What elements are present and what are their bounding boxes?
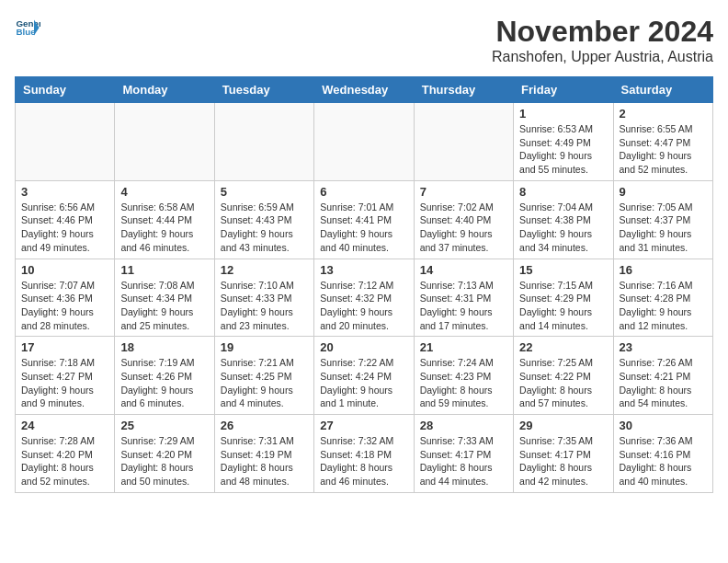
day-number: 29 (519, 419, 607, 432)
table-row: 25Sunrise: 7:29 AM Sunset: 4:20 PM Dayli… (115, 415, 214, 493)
table-row: 26Sunrise: 7:31 AM Sunset: 4:19 PM Dayli… (214, 415, 313, 493)
table-row: 23Sunrise: 7:26 AM Sunset: 4:21 PM Dayli… (613, 337, 712, 415)
day-info: Sunrise: 7:26 AM Sunset: 4:21 PM Dayligh… (620, 356, 707, 410)
table-row: 17Sunrise: 7:18 AM Sunset: 4:27 PM Dayli… (16, 337, 115, 415)
table-row: 10Sunrise: 7:07 AM Sunset: 4:36 PM Dayli… (16, 259, 115, 337)
day-number: 12 (221, 263, 308, 277)
header-thursday: Thursday (414, 77, 513, 103)
day-info: Sunrise: 7:29 AM Sunset: 4:20 PM Dayligh… (120, 434, 208, 488)
day-number: 5 (221, 185, 308, 199)
header-monday: Monday (115, 77, 214, 103)
day-number: 16 (620, 263, 707, 277)
day-number: 15 (519, 263, 607, 277)
day-info: Sunrise: 7:18 AM Sunset: 4:27 PM Dayligh… (21, 356, 108, 410)
table-row: 3Sunrise: 6:56 AM Sunset: 4:46 PM Daylig… (16, 180, 115, 259)
day-number: 9 (620, 185, 707, 199)
day-info: Sunrise: 7:15 AM Sunset: 4:29 PM Dayligh… (519, 279, 607, 333)
day-number: 26 (221, 419, 308, 432)
day-number: 10 (21, 263, 108, 277)
day-info: Sunrise: 7:07 AM Sunset: 4:36 PM Dayligh… (21, 279, 108, 333)
month-title: November 2024 (492, 15, 713, 49)
day-info: Sunrise: 7:04 AM Sunset: 4:38 PM Dayligh… (519, 201, 607, 255)
header-tuesday: Tuesday (214, 77, 313, 103)
day-number: 21 (420, 340, 507, 354)
location-title: Ranshofen, Upper Austria, Austria (492, 49, 713, 65)
day-number: 17 (21, 340, 108, 354)
day-info: Sunrise: 7:19 AM Sunset: 4:26 PM Dayligh… (120, 356, 208, 410)
page-container: General Blue November 2024 Ranshofen, Up… (15, 15, 713, 493)
table-row: 16Sunrise: 7:16 AM Sunset: 4:28 PM Dayli… (613, 259, 712, 337)
header-saturday: Saturday (613, 77, 712, 103)
table-row: 21Sunrise: 7:24 AM Sunset: 4:23 PM Dayli… (414, 337, 513, 415)
day-info: Sunrise: 7:08 AM Sunset: 4:34 PM Dayligh… (120, 279, 208, 333)
day-number: 3 (21, 185, 108, 199)
table-row: 7Sunrise: 7:02 AM Sunset: 4:40 PM Daylig… (414, 180, 513, 259)
day-number: 24 (21, 419, 108, 432)
day-number: 2 (620, 107, 707, 121)
day-info: Sunrise: 7:31 AM Sunset: 4:19 PM Dayligh… (221, 434, 308, 488)
svg-text:Blue: Blue (16, 27, 36, 37)
table-row: 8Sunrise: 7:04 AM Sunset: 4:38 PM Daylig… (514, 180, 613, 259)
table-row: 19Sunrise: 7:21 AM Sunset: 4:25 PM Dayli… (214, 337, 313, 415)
day-info: Sunrise: 7:25 AM Sunset: 4:22 PM Dayligh… (519, 356, 607, 410)
calendar-week-row: 1Sunrise: 6:53 AM Sunset: 4:49 PM Daylig… (16, 103, 713, 181)
day-number: 13 (320, 263, 407, 277)
table-row: 6Sunrise: 7:01 AM Sunset: 4:41 PM Daylig… (314, 180, 414, 259)
table-row: 30Sunrise: 7:36 AM Sunset: 4:16 PM Dayli… (613, 415, 712, 493)
table-row: 22Sunrise: 7:25 AM Sunset: 4:22 PM Dayli… (514, 337, 613, 415)
day-info: Sunrise: 7:01 AM Sunset: 4:41 PM Dayligh… (320, 201, 407, 255)
day-info: Sunrise: 7:33 AM Sunset: 4:17 PM Dayligh… (420, 434, 507, 488)
table-row: 5Sunrise: 6:59 AM Sunset: 4:43 PM Daylig… (214, 180, 313, 259)
day-info: Sunrise: 6:59 AM Sunset: 4:43 PM Dayligh… (221, 201, 308, 255)
calendar-week-row: 24Sunrise: 7:28 AM Sunset: 4:20 PM Dayli… (16, 415, 713, 493)
day-info: Sunrise: 7:32 AM Sunset: 4:18 PM Dayligh… (320, 434, 407, 488)
day-number: 8 (519, 185, 607, 199)
day-number: 27 (320, 419, 407, 432)
day-info: Sunrise: 7:21 AM Sunset: 4:25 PM Dayligh… (221, 356, 308, 410)
table-row (16, 103, 115, 181)
table-row: 28Sunrise: 7:33 AM Sunset: 4:17 PM Dayli… (414, 415, 513, 493)
table-row: 27Sunrise: 7:32 AM Sunset: 4:18 PM Dayli… (314, 415, 414, 493)
table-row: 13Sunrise: 7:12 AM Sunset: 4:32 PM Dayli… (314, 259, 414, 337)
header-friday: Friday (514, 77, 613, 103)
day-info: Sunrise: 7:28 AM Sunset: 4:20 PM Dayligh… (21, 434, 108, 488)
day-number: 25 (120, 419, 208, 432)
day-info: Sunrise: 6:53 AM Sunset: 4:49 PM Dayligh… (519, 122, 607, 177)
calendar-week-row: 10Sunrise: 7:07 AM Sunset: 4:36 PM Dayli… (16, 259, 713, 337)
calendar-table: Sunday Monday Tuesday Wednesday Thursday… (15, 76, 713, 493)
logo-icon: General Blue (15, 15, 40, 40)
header-sunday: Sunday (16, 77, 115, 103)
day-number: 20 (320, 340, 407, 354)
day-number: 1 (519, 107, 607, 121)
day-number: 18 (120, 340, 208, 354)
table-row: 18Sunrise: 7:19 AM Sunset: 4:26 PM Dayli… (115, 337, 214, 415)
day-number: 6 (320, 185, 407, 199)
table-row: 12Sunrise: 7:10 AM Sunset: 4:33 PM Dayli… (214, 259, 313, 337)
table-row: 14Sunrise: 7:13 AM Sunset: 4:31 PM Dayli… (414, 259, 513, 337)
day-info: Sunrise: 6:56 AM Sunset: 4:46 PM Dayligh… (21, 201, 108, 255)
table-row: 9Sunrise: 7:05 AM Sunset: 4:37 PM Daylig… (613, 180, 712, 259)
day-info: Sunrise: 7:16 AM Sunset: 4:28 PM Dayligh… (620, 279, 707, 333)
day-info: Sunrise: 7:05 AM Sunset: 4:37 PM Dayligh… (620, 201, 707, 255)
day-info: Sunrise: 7:35 AM Sunset: 4:17 PM Dayligh… (519, 434, 607, 488)
title-section: November 2024 Ranshofen, Upper Austria, … (492, 15, 713, 65)
day-info: Sunrise: 6:58 AM Sunset: 4:44 PM Dayligh… (120, 201, 208, 255)
day-number: 23 (620, 340, 707, 354)
weekday-header-row: Sunday Monday Tuesday Wednesday Thursday… (16, 77, 713, 103)
day-info: Sunrise: 7:12 AM Sunset: 4:32 PM Dayligh… (320, 279, 407, 333)
day-info: Sunrise: 7:02 AM Sunset: 4:40 PM Dayligh… (420, 201, 507, 255)
header-wednesday: Wednesday (314, 77, 414, 103)
day-info: Sunrise: 7:24 AM Sunset: 4:23 PM Dayligh… (420, 356, 507, 410)
day-info: Sunrise: 7:13 AM Sunset: 4:31 PM Dayligh… (420, 279, 507, 333)
table-row: 29Sunrise: 7:35 AM Sunset: 4:17 PM Dayli… (514, 415, 613, 493)
table-row: 4Sunrise: 6:58 AM Sunset: 4:44 PM Daylig… (115, 180, 214, 259)
day-info: Sunrise: 7:22 AM Sunset: 4:24 PM Dayligh… (320, 356, 407, 410)
calendar-week-row: 3Sunrise: 6:56 AM Sunset: 4:46 PM Daylig… (16, 180, 713, 259)
table-row: 24Sunrise: 7:28 AM Sunset: 4:20 PM Dayli… (16, 415, 115, 493)
table-row (214, 103, 313, 181)
table-row: 20Sunrise: 7:22 AM Sunset: 4:24 PM Dayli… (314, 337, 414, 415)
logo: General Blue (15, 15, 44, 40)
day-number: 28 (420, 419, 507, 432)
day-info: Sunrise: 7:10 AM Sunset: 4:33 PM Dayligh… (221, 279, 308, 333)
table-row: 15Sunrise: 7:15 AM Sunset: 4:29 PM Dayli… (514, 259, 613, 337)
